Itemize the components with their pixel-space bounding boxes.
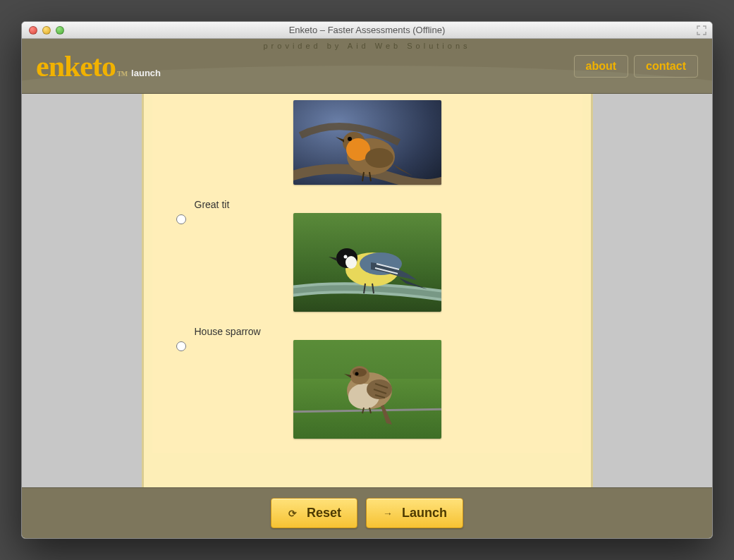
refresh-icon: ⟳ — [287, 508, 298, 519]
svg-point-5 — [365, 148, 393, 168]
option-image-wrap — [173, 340, 561, 439]
launch-button[interactable]: → Launch — [366, 498, 463, 528]
svg-point-19 — [355, 372, 358, 376]
option-image-wrap — [173, 213, 561, 312]
trademark-icon: TM — [117, 70, 127, 78]
svg-point-10 — [345, 256, 357, 269]
nav-about[interactable]: about — [574, 55, 629, 78]
window-controls — [29, 26, 64, 35]
svg-point-18 — [353, 368, 367, 377]
option-house-sparrow[interactable]: House sparrow — [173, 326, 561, 439]
nav-contact[interactable]: contact — [634, 55, 698, 78]
window-title: Enketo – Faster Assessments (Offline) — [22, 25, 712, 35]
brand-subtitle: launch — [131, 68, 161, 78]
launch-button-label: Launch — [402, 506, 447, 521]
radio-great-tit[interactable] — [176, 214, 186, 224]
header-nav: about contact — [574, 55, 698, 78]
form-canvas: Great tit — [142, 94, 593, 487]
close-icon[interactable] — [29, 26, 37, 35]
option-label: House sparrow — [195, 326, 561, 337]
app-header: provided by Aid Web Solutions enketoTM l… — [22, 39, 712, 94]
option-image-wrap — [173, 100, 561, 185]
zoom-icon[interactable] — [56, 26, 64, 35]
option-great-tit[interactable]: Great tit — [173, 199, 561, 312]
app-window: Enketo – Faster Assessments (Offline) pr… — [21, 21, 713, 539]
reset-button[interactable]: ⟳ Reset — [271, 498, 357, 528]
radio-house-sparrow[interactable] — [176, 341, 186, 351]
minimize-icon[interactable] — [42, 26, 51, 35]
brand-name: enketo — [36, 49, 116, 83]
window-titlebar: Enketo – Faster Assessments (Offline) — [22, 22, 712, 39]
svg-point-11 — [343, 255, 347, 259]
bird-image-robin — [293, 100, 441, 185]
option-label: Great tit — [195, 199, 561, 210]
content-area: Great tit — [22, 94, 712, 487]
option-robin[interactable] — [173, 100, 561, 185]
svg-point-4 — [348, 137, 352, 141]
form-inner: Great tit — [152, 94, 582, 453]
arrow-right-icon: → — [382, 508, 393, 519]
footer-bar: ⟳ Reset → Launch — [22, 487, 712, 538]
bird-image-great-tit — [293, 213, 441, 312]
bird-image-house-sparrow — [293, 340, 441, 439]
brand-logo[interactable]: enketoTM launch — [36, 49, 161, 83]
expand-icon[interactable] — [697, 25, 707, 35]
reset-button-label: Reset — [307, 506, 341, 521]
